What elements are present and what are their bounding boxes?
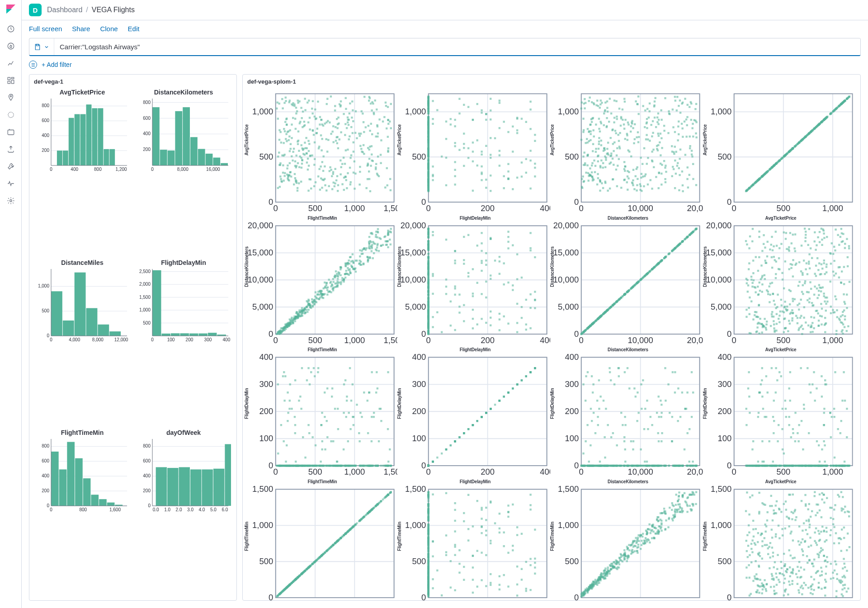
svg-rect-5600 [454,546,456,547]
svg-rect-161 [326,151,328,152]
svg-rect-3478 [371,371,373,373]
query-input[interactable] [54,38,860,55]
svg-rect-3326 [794,250,796,252]
svg-rect-1936 [363,263,364,265]
svg-rect-3347 [819,287,821,288]
svg-rect-6641 [810,586,811,588]
svg-rect-1294 [677,162,679,164]
monitoring-icon[interactable] [6,179,15,188]
svg-rect-2999 [613,302,615,304]
svg-text:0.0: 0.0 [153,507,159,512]
svg-rect-2103 [315,300,316,302]
svg-rect-3190 [792,300,794,302]
svg-rect-3831 [389,448,391,450]
svg-rect-2108 [340,266,341,268]
svg-rect-227 [374,99,376,101]
svg-rect-4656 [687,465,689,467]
svg-rect-2067 [294,320,296,322]
svg-rect-2184 [341,279,343,281]
svg-rect-5581 [503,532,505,533]
svg-rect-3424 [782,311,783,312]
svg-text:20,000: 20,000 [248,222,273,230]
edit-button[interactable]: Edit [128,25,140,33]
svg-rect-288 [322,125,324,127]
svg-text:2.0: 2.0 [176,507,182,512]
svg-rect-6492 [756,591,758,593]
splom-DistanceKilometers-vs-AvgTicketPrice: DistanceKilometers05,00010,00015,00020,0… [706,222,856,353]
svg-rect-842 [454,145,456,147]
svg-rect-2283 [454,285,456,287]
svg-text:20,000: 20,000 [687,599,703,601]
splom-ylabel: DistanceKilometers [550,247,555,288]
svg-text:300: 300 [204,337,212,342]
svg-rect-471 [287,174,289,176]
share-button[interactable]: Share [72,25,90,33]
svg-rect-6206 [661,512,663,514]
svg-rect-3373 [841,232,843,234]
svg-rect-479 [314,141,316,143]
svg-rect-6567 [800,542,802,543]
svg-rect-5660 [490,584,491,586]
dev-tools-icon[interactable] [6,162,15,171]
svg-rect-1369 [674,146,676,147]
svg-rect-6290 [676,511,678,513]
svg-rect-242 [387,106,389,108]
filter-settings-icon[interactable]: ☰ [29,61,37,69]
svg-rect-4602 [650,465,652,467]
discover-icon[interactable] [6,42,15,51]
svg-rect-3270 [842,311,844,312]
add-filter-button[interactable]: + Add filter [42,61,72,68]
svg-rect-273 [387,123,389,125]
svg-text:400: 400 [71,167,78,172]
breadcrumb-root[interactable]: Dashboard [47,6,82,14]
svg-rect-430 [367,164,369,165]
svg-point-7 [8,112,14,118]
export-icon[interactable] [6,145,15,154]
svg-rect-876 [445,138,447,140]
svg-rect-3199 [750,278,752,280]
query-lang-dropdown-icon[interactable] [44,44,49,50]
svg-rect-1332 [646,134,647,136]
svg-rect-3433 [767,293,769,295]
svg-rect-4679 [639,465,641,467]
svg-rect-6427 [757,541,759,543]
svg-rect-4354 [624,461,626,462]
svg-rect-4768 [785,416,787,418]
visualize-icon[interactable] [6,59,15,68]
svg-rect-3294 [838,244,840,245]
dashboard-icon[interactable] [6,76,15,85]
ml-icon[interactable] [6,127,15,137]
svg-rect-4572 [689,461,690,462]
svg-text:100: 100 [167,337,175,342]
space-badge[interactable]: D [29,4,42,16]
kibana-logo-icon[interactable] [5,4,16,14]
svg-rect-5484 [308,566,310,568]
recently-viewed-icon[interactable] [6,24,15,33]
svg-rect-2066 [349,256,351,258]
splom-DistanceKilometers-vs-FlightDelayMin: DistanceKilometers05,00010,00015,00020,0… [400,222,550,353]
svg-rect-412 [377,126,378,127]
svg-rect-3849 [362,465,363,467]
svg-rect-3431 [843,266,845,268]
svg-rect-6582 [838,495,840,497]
svg-text:0: 0 [574,329,579,338]
svg-rect-6351 [801,593,803,595]
svg-rect-3626 [287,412,289,414]
svg-rect-4997 [823,412,825,414]
svg-rect-3419 [792,233,794,235]
svg-rect-3111 [772,292,774,294]
clone-button[interactable]: Clone [100,25,118,33]
svg-text:1,500: 1,500 [139,294,151,299]
svg-rect-6667 [756,589,758,591]
svg-rect-5912 [427,539,429,541]
svg-rect-6724 [788,517,789,518]
svg-rect-3153 [838,276,840,278]
svg-rect-5003 [798,424,800,426]
svg-rect-1773 [843,100,845,102]
svg-rect-6315 [604,577,606,579]
maps-icon[interactable] [6,93,15,102]
canvas-icon[interactable] [6,110,15,119]
save-query-icon[interactable] [34,43,41,51]
management-icon[interactable] [6,196,15,205]
fullscreen-button[interactable]: Full screen [29,25,62,33]
